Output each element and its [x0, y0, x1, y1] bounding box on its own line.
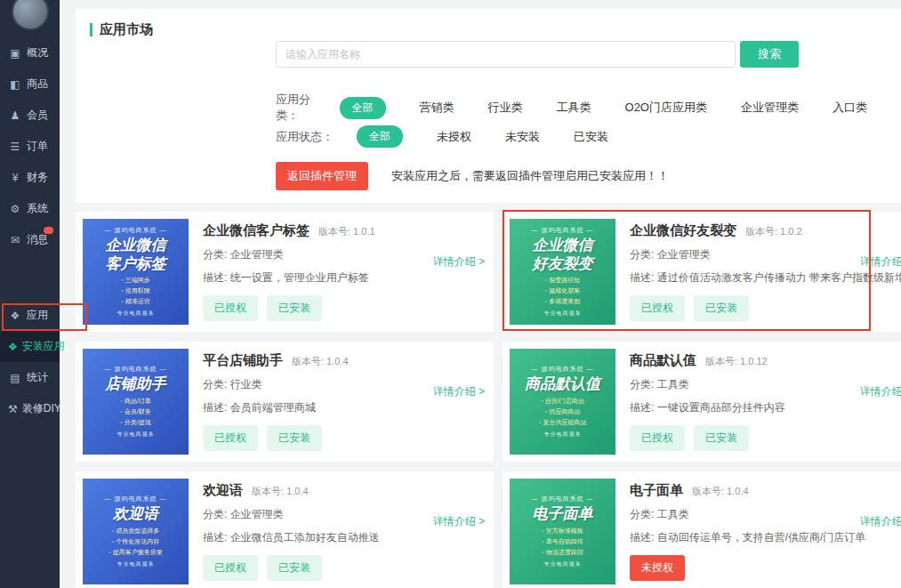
search-button[interactable]: 搜索 [740, 41, 799, 68]
status-pill[interactable]: 全部 [357, 125, 403, 148]
app-title: 欢迎语 [203, 482, 243, 499]
app-title: 电子面单 [630, 482, 683, 499]
app-status-tag[interactable]: 未授权 [630, 555, 685, 581]
status-filter-row: 应用状态： 全部未授权未安装已安装 [276, 125, 642, 148]
app-detail-link[interactable]: 详情介绍 > [860, 384, 901, 399]
thumb-brand-top: — 源码电商系统 — [532, 226, 594, 235]
status-pill[interactable]: 未授权 [437, 129, 471, 145]
thumb-point: ◦ 单号自动回传 [542, 536, 583, 547]
thumb-title: 企业微信 好友裂变 [533, 237, 593, 273]
thumb-points: ◦ 官方标准模板◦ 单号自动回传◦ 物流进度跟踪 [542, 526, 583, 558]
app-title: 企业微信好友裂变 [630, 222, 736, 239]
thumb-brand-top: — 源码电商系统 — [105, 365, 167, 374]
sidebar-item-goods[interactable]: ◧商品 [0, 68, 60, 100]
sidebar-item-label: 会员 [27, 108, 48, 123]
gear-icon: ⚙ [8, 203, 22, 215]
thumb-point: ◦ 提高客户服务质量 [109, 547, 162, 558]
category-filter-row: 应用分类： 全部营销类行业类工具类O2O门店应用类企业管理类入口类 [276, 92, 901, 124]
app-card: — 源码电商系统 —电子面单◦ 官方标准模板◦ 单号自动回传◦ 物流进度跟踪专业… [503, 471, 901, 588]
category-pill[interactable]: 工具类 [557, 100, 591, 116]
category-pill[interactable]: 行业类 [488, 100, 523, 116]
app-card-body: 商品默认值版本号: 1.0.12分类: 工具类描述: 一键设置商品部分挂件内容已… [630, 349, 901, 455]
thumb-brand-bottom: 专业电商服务 [544, 310, 582, 318]
app-detail-link[interactable]: 详情介绍 > [433, 384, 485, 399]
category-pill[interactable]: 全部 [340, 97, 386, 119]
app-card: — 源码电商系统 —店铺助手◦ 商品/订单◦ 会员/财务◦ 分类/提现专业电商服… [76, 342, 494, 462]
goods-icon: ◧ [8, 78, 22, 91]
app-status-tag[interactable]: 已安装 [267, 295, 322, 321]
thumb-brand-bottom: 专业电商服务 [117, 431, 155, 439]
sidebar-item-label: 消息 [27, 232, 48, 247]
category-pill[interactable]: 企业管理类 [741, 100, 799, 116]
plugin-notice-text: 安装应用之后，需要返回插件管理启用已安装应用！！ [391, 168, 669, 184]
app-status-tag[interactable]: 已授权 [630, 295, 685, 321]
category-pill[interactable]: O2O门店应用类 [625, 100, 707, 116]
category-pill[interactable]: 入口类 [833, 100, 867, 116]
message-icon: ✉ [8, 234, 22, 246]
sidebar-item-label: 系统 [27, 201, 48, 216]
app-status-tag[interactable]: 已安装 [267, 555, 322, 581]
category-pill[interactable]: 营销类 [420, 100, 455, 116]
plugin-notice-row: 返回插件管理 安装应用之后，需要返回插件管理启用已安装应用！！ [276, 162, 669, 190]
thumb-brand-top: — 源码电商系统 — [105, 226, 167, 235]
thumb-points: ◦ 成员类型选择多◦ 个性化推送内容◦ 提高客户服务质量 [109, 526, 162, 558]
status-pill[interactable]: 已安装 [574, 129, 608, 145]
install-apps-icon: ❖ [8, 341, 18, 353]
sidebar-item-orders[interactable]: ☰订单 [0, 131, 60, 162]
thumb-brand-top: — 源码电商系统 — [105, 495, 167, 503]
app-title: 商品默认值 [630, 352, 696, 369]
thumb-title: 商品默认值 [525, 375, 600, 393]
sidebar-item-finance[interactable]: ¥财务 [0, 162, 60, 193]
app-version: 版本号: 1.0.12 [705, 355, 768, 368]
app-status-tag[interactable]: 已授权 [630, 425, 685, 451]
page-title: 应用市场 [90, 21, 887, 38]
thumb-points: ◦ 裂变路径短◦ 规模化获客◦ 多维度奖励 [545, 275, 580, 307]
app-status-tag[interactable]: 已授权 [203, 425, 258, 451]
cart-icon: ☰ [8, 141, 22, 153]
sidebar-item-apps[interactable]: ❖应用 [0, 300, 60, 331]
app-status-tag[interactable]: 已授权 [203, 555, 258, 581]
app-status-tag[interactable]: 已安装 [267, 425, 322, 451]
stats-icon: ▤ [8, 372, 22, 384]
thumb-title: 企业微信 客户标签 [106, 237, 166, 273]
return-plugin-manager-button[interactable]: 返回插件管理 [276, 162, 368, 190]
thumb-point: ◦ 官方标准模板 [542, 526, 583, 536]
status-pill[interactable]: 未安装 [505, 129, 540, 145]
thumb-title: 欢迎语 [113, 505, 158, 523]
main-content: 应用市场 搜索 应用分类： 全部营销类行业类工具类O2O门店应用类企业管理类入口… [60, 0, 901, 588]
search-bar: 搜索 [276, 41, 799, 68]
thumb-brand-bottom: 专业电商服务 [544, 560, 582, 568]
app-description: 描述: 统一设置，管理企业用户标签 [203, 270, 487, 286]
thumb-point: ◦ 复合供应链商品 [539, 417, 586, 428]
sidebar-item-messages[interactable]: ✉消息 [0, 224, 60, 255]
sidebar-item-system[interactable]: ⚙系统 [0, 193, 60, 224]
thumb-brand-bottom: 专业电商服务 [544, 431, 582, 439]
thumb-point: ◦ 自营/门店商品 [539, 396, 586, 407]
status-filter-label: 应用状态： [276, 129, 334, 145]
app-card-body: 平台店铺助手版本号: 1.0.4分类: 行业类描述: 会员前端管理商城已授权已安… [203, 349, 487, 455]
app-status-tag[interactable]: 已安装 [694, 295, 749, 321]
sidebar-item-overview[interactable]: ▣概况 [0, 37, 60, 68]
app-status-tag[interactable]: 已授权 [203, 295, 258, 321]
app-version: 版本号: 1.0.2 [745, 225, 802, 238]
sidebar-item-install-apps[interactable]: ❖安装应用 [0, 331, 60, 362]
sidebar-item-diy[interactable]: ⚒装修DIY [0, 393, 60, 424]
app-version: 版本号: 1.0.4 [252, 485, 309, 498]
diy-icon: ⚒ [8, 403, 18, 415]
category-pill-group: 全部营销类行业类工具类O2O门店应用类企业管理类入口类 [340, 97, 901, 119]
app-version: 版本号: 1.0.4 [292, 355, 349, 368]
app-description: 描述: 企业微信员工添加好友自动推送 [203, 530, 487, 545]
app-description: 描述: 一键设置商品部分挂件内容 [630, 400, 901, 415]
app-detail-link[interactable]: 详情介绍 > [860, 254, 901, 270]
app-status-tag[interactable]: 已安装 [694, 425, 749, 451]
sidebar-item-stats[interactable]: ▤统计 [0, 362, 60, 393]
thumb-points: ◦ 自营/门店商品◦ 供应商商品◦ 复合供应链商品 [539, 396, 586, 428]
app-detail-link[interactable]: 详情介绍 > [433, 514, 485, 529]
app-thumbnail: — 源码电商系统 —电子面单◦ 官方标准模板◦ 单号自动回传◦ 物流进度跟踪专业… [510, 479, 615, 584]
search-input[interactable] [276, 41, 736, 68]
app-detail-link[interactable]: 详情介绍 > [433, 254, 485, 270]
thumb-brand-bottom: 专业电商服务 [117, 310, 155, 318]
app-detail-link[interactable]: 详情介绍 > [860, 514, 901, 529]
thumb-point: ◦ 个性化推送内容 [109, 536, 162, 547]
sidebar-item-members[interactable]: ♟会员 [0, 100, 60, 131]
